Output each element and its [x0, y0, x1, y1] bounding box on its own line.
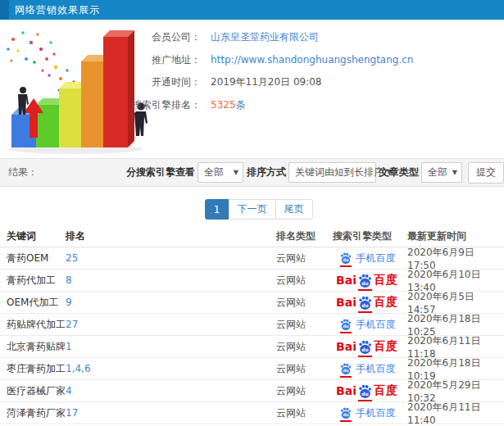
info-row-url: 推广地址： http://www.shandonghuangshengtang.…: [102, 49, 413, 72]
table-row: 膏药代加工 8 云网站 Baidu百度 2020年6月10日 13:40: [0, 270, 504, 292]
submit-button[interactable]: 提交: [468, 162, 504, 184]
open-time-label: 开通时间：: [102, 75, 201, 89]
header-keyword: 关键词: [0, 229, 66, 243]
baidu-logo-cn: 百度: [374, 273, 398, 288]
rank-type-cell: 云网站: [276, 274, 327, 288]
engine-label: 手机百度: [356, 252, 396, 265]
engine-cell: Baidu百度: [327, 383, 407, 399]
company-label: 会员公司：: [102, 30, 201, 44]
rank-link[interactable]: 27: [66, 319, 276, 330]
svg-text:du: du: [343, 257, 349, 262]
last-page-button[interactable]: 尾页: [275, 199, 313, 220]
engine-cell: du手机百度: [327, 252, 407, 265]
rank-link[interactable]: 17: [66, 407, 276, 419]
chevron-down-icon: ▼: [234, 169, 238, 176]
rank-link[interactable]: 8: [66, 274, 276, 286]
table-row: 菏泽膏药厂家 17 云网站 du手机百度 2020年6月11日 11:40: [0, 402, 504, 424]
keyword-cell: OEM代加工: [0, 296, 66, 310]
baidu-logo-icon: du: [357, 383, 373, 399]
engine-cell: du手机百度: [327, 318, 407, 332]
rank-type-cell: 云网站: [276, 340, 327, 354]
rank-link[interactable]: 1: [66, 341, 276, 352]
header-rank-type: 排名类型: [276, 229, 327, 243]
rank-count-label: 搜索引擎排名：: [102, 98, 201, 112]
rank-type-cell: 云网站: [276, 362, 327, 376]
table-row: 膏药OEM 25 云网站 du手机百度 2020年6月9日 17:50: [0, 247, 504, 270]
rank-count-value: 5325: [211, 99, 236, 111]
title-bar: 网络营销效果展示: [0, 0, 504, 20]
header-engine-type: 搜索引擎类型: [327, 229, 407, 243]
next-page-button[interactable]: 下一页: [229, 199, 276, 220]
baidu-logo-text: Bai: [336, 384, 356, 397]
rank-link[interactable]: 25: [66, 252, 276, 264]
table-body: 膏药OEM 25 云网站 du手机百度 2020年6月9日 17:50 膏药代加…: [0, 247, 504, 424]
promo-url-link[interactable]: http://www.shandonghuangshengtang.cn: [211, 54, 413, 66]
engine-cell: Baidu百度: [327, 273, 407, 288]
info-row-company: 会员公司： 山东皇圣堂药业有限公司: [102, 26, 413, 49]
engine-cell: Baidu百度: [327, 339, 407, 355]
rank-type-cell: 云网站: [276, 384, 327, 398]
updated-cell: 2020年6月11日 11:40: [407, 401, 504, 426]
baidu-logo-icon: du: [357, 295, 373, 310]
baidu-logo-icon: du: [357, 273, 373, 288]
article-type-select[interactable]: 全部 ▼: [421, 162, 462, 183]
page-1-button[interactable]: 1: [205, 199, 229, 220]
chevron-down-icon: ▼: [452, 169, 457, 176]
svg-text:du: du: [361, 391, 368, 396]
company-name-link[interactable]: 山东皇圣堂药业有限公司: [211, 30, 319, 44]
result-label: 结果：: [8, 165, 38, 179]
baidu-logo-icon: du: [357, 339, 373, 355]
keyword-cell: 医疗器械厂家: [0, 384, 66, 398]
keyword-cell: 膏药代加工: [0, 274, 66, 288]
filter-bar: 结果： 分搜索引擎查看 全部 ▼ 排序方式 关键词由短到长排序 ▼ 文章类型 全…: [0, 158, 504, 187]
rank-type-cell: 云网站: [276, 252, 327, 265]
baidu-logo-cn: 百度: [374, 295, 398, 310]
header-rank: 排名: [66, 229, 276, 243]
rank-type-cell: 云网站: [276, 318, 327, 332]
info-section: 会员公司： 山东皇圣堂药业有限公司 推广地址： http://www.shand…: [0, 20, 504, 158]
svg-text:du: du: [343, 368, 349, 373]
rank-link[interactable]: 4: [66, 385, 276, 397]
baidu-logo-text: Bai: [336, 296, 356, 309]
svg-text:du: du: [361, 280, 368, 285]
table-row: 医疗器械厂家 4 云网站 Baidu百度 2020年5月29日 10:32: [0, 380, 504, 402]
promo-url-label: 推广地址：: [102, 53, 201, 67]
mobile-baidu-icon: du: [339, 406, 352, 419]
engine-label: 手机百度: [356, 362, 396, 376]
svg-text:du: du: [361, 347, 368, 351]
table-row: 枣庄膏药加工 1,4,6 云网站 du手机百度 2020年6月18日 10:19: [0, 358, 504, 380]
keyword-cell: 药贴牌代加工: [0, 318, 66, 332]
mobile-baidu-icon: du: [339, 362, 352, 375]
table-row: 北京膏药贴牌 1 云网站 Baidu百度 2020年6月11日 11:18: [0, 336, 504, 358]
sort-filter-select[interactable]: 关键词由短到长排序 ▼: [288, 162, 376, 183]
baidu-logo-cn: 百度: [374, 339, 398, 354]
rank-type-cell: 云网站: [276, 296, 327, 310]
engine-cell: du手机百度: [327, 362, 407, 376]
table-row: OEM代加工 9 云网站 Baidu百度 2020年6月5日 14:57: [0, 292, 504, 314]
mobile-baidu-icon: du: [339, 318, 352, 331]
engine-filter-label: 分搜索引擎查看: [126, 165, 195, 179]
engine-cell: du手机百度: [327, 406, 407, 420]
page-title: 网络营销效果展示: [15, 3, 100, 17]
svg-text:du: du: [343, 324, 349, 329]
rank-type-cell: 云网站: [276, 406, 327, 420]
rank-link[interactable]: 1,4,6: [66, 363, 276, 374]
rank-link[interactable]: 9: [66, 297, 276, 308]
rank-count-unit: 条: [236, 98, 246, 112]
company-info: 会员公司： 山东皇圣堂药业有限公司 推广地址： http://www.shand…: [102, 26, 413, 116]
keyword-cell: 北京膏药贴牌: [0, 340, 66, 354]
baidu-logo-cn: 百度: [374, 383, 398, 398]
sort-filter-label: 排序方式: [247, 165, 286, 179]
header-updated: 最新更新时间: [407, 229, 504, 243]
keyword-cell: 菏泽膏药厂家: [0, 406, 66, 420]
baidu-logo-text: Bai: [336, 274, 356, 287]
engine-filter-select[interactable]: 全部 ▼: [198, 162, 243, 183]
info-row-rank-count: 搜索引擎排名： 5325 条: [102, 94, 413, 117]
pagination: 1 下一页 尾页: [0, 199, 504, 220]
keyword-cell: 枣庄膏药加工: [0, 362, 66, 376]
engine-label: 手机百度: [356, 406, 396, 420]
info-row-open-time: 开通时间： 2019年11月20日 09:08: [102, 71, 413, 94]
table-header-row: 关键词 排名 排名类型 搜索引擎类型 最新更新时间: [0, 226, 504, 247]
keyword-cell: 膏药OEM: [0, 252, 66, 265]
engine-label: 手机百度: [356, 318, 396, 332]
